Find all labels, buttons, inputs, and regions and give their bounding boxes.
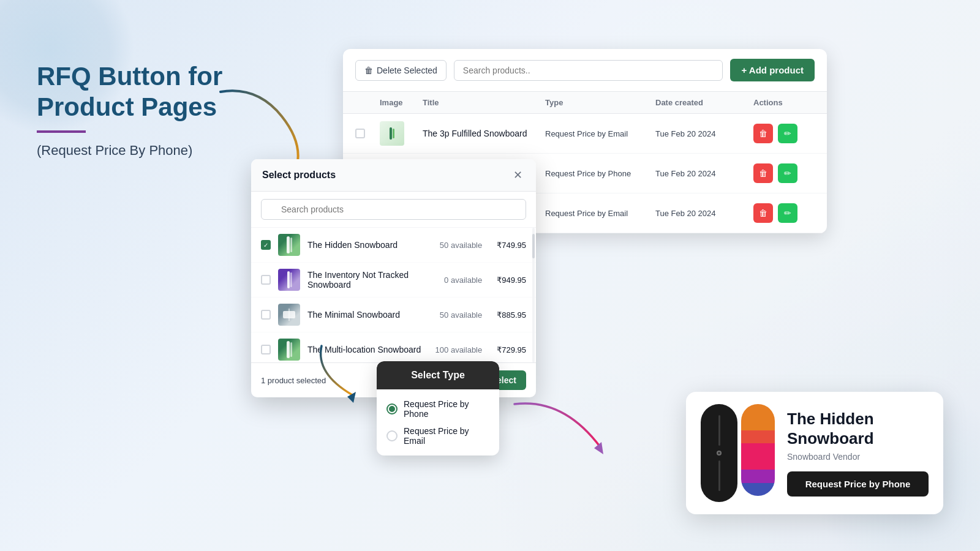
row1-title: The 3p Fulfilled Snowboard xyxy=(423,129,545,138)
row2-delete-button[interactable]: 🗑 xyxy=(753,163,773,183)
header-date: Date created xyxy=(655,98,753,107)
type-phone-label: Request Price by Phone xyxy=(404,399,489,419)
product2-checkbox[interactable] xyxy=(261,275,271,285)
type-option-phone[interactable]: Request Price by Phone xyxy=(386,399,489,419)
row3-date: Tue Feb 20 2024 xyxy=(655,209,753,218)
product3-image xyxy=(278,304,300,326)
product1-checkbox[interactable]: ✓ xyxy=(261,240,271,250)
search-products-input[interactable] xyxy=(454,60,723,81)
svg-rect-8 xyxy=(287,271,290,288)
row3-edit-button[interactable]: ✏ xyxy=(778,203,797,223)
header-type: Type xyxy=(545,98,655,107)
product3-price: ₹885.95 xyxy=(497,310,526,320)
snowboard-black xyxy=(701,404,737,502)
header-title: Title xyxy=(423,98,545,107)
svg-rect-13 xyxy=(290,342,292,357)
left-panel: RFQ Button for Product Pages (Request Pr… xyxy=(37,61,233,159)
row1-edit-button[interactable]: ✏ xyxy=(778,124,797,143)
product4-checkbox[interactable] xyxy=(261,345,271,354)
product-info: The Hidden Snowboard Snowboard Vendor Re… xyxy=(787,410,929,496)
trash-icon: 🗑 xyxy=(364,66,373,75)
header-checkbox-col xyxy=(355,98,380,107)
row2-actions: 🗑 ✏ xyxy=(753,163,815,183)
row1-checkbox[interactable] xyxy=(355,129,365,138)
row2-date: Tue Feb 20 2024 xyxy=(655,169,753,178)
svg-rect-12 xyxy=(287,341,290,358)
snowboard-colorful xyxy=(741,404,775,496)
select-type-header: Select Type xyxy=(377,361,499,389)
modal-product-list: ✓ The Hidden Snowboard 50 available ₹749… xyxy=(251,228,536,362)
select-type-modal: Select Type Request Price by Phone Reque… xyxy=(377,361,499,455)
svg-rect-6 xyxy=(287,236,290,253)
main-title: RFQ Button for Product Pages xyxy=(37,61,233,123)
product2-image xyxy=(278,269,300,291)
row3-actions: 🗑 ✏ xyxy=(753,203,815,223)
subtitle: (Request Price By Phone) xyxy=(37,143,233,159)
modal-search-input[interactable] xyxy=(261,199,526,220)
product3-stock: 50 available xyxy=(440,310,482,320)
admin-toolbar: 🗑 Delete Selected + Add product xyxy=(343,49,827,92)
svg-rect-7 xyxy=(290,238,292,252)
product3-checkbox[interactable] xyxy=(261,310,271,320)
modal-title: Select products xyxy=(262,170,336,181)
header-actions: Actions xyxy=(753,98,815,107)
svg-rect-9 xyxy=(290,272,292,287)
rfq-phone-button[interactable]: Request Price by Phone xyxy=(787,471,929,497)
product2-stock: 0 available xyxy=(444,276,482,285)
header-image: Image xyxy=(380,98,423,107)
row3-delete-button[interactable]: 🗑 xyxy=(753,203,773,223)
product4-stock: 100 available xyxy=(435,345,483,354)
radio-email[interactable] xyxy=(386,430,398,441)
product4-price: ₹729.95 xyxy=(497,345,526,354)
snowboard-images xyxy=(701,404,775,502)
product2-name: The Inventory Not Tracked Snowboard xyxy=(307,270,437,290)
row1-type: Request Price by Email xyxy=(545,129,655,138)
product4-image xyxy=(278,339,300,361)
list-item[interactable]: The Inventory Not Tracked Snowboard 0 av… xyxy=(251,263,536,298)
table-row: The 3p Fulfilled Snowboard Request Price… xyxy=(343,114,827,154)
svg-rect-2 xyxy=(393,129,394,138)
svg-rect-1 xyxy=(390,127,392,140)
product1-image xyxy=(278,234,300,256)
row1-delete-button[interactable]: 🗑 xyxy=(753,124,773,143)
list-item[interactable]: ✓ The Hidden Snowboard 50 available ₹749… xyxy=(251,228,536,263)
type-option-email[interactable]: Request Price by Email xyxy=(386,426,489,446)
row1-image xyxy=(380,121,404,146)
row1-date: Tue Feb 20 2024 xyxy=(655,129,753,138)
table-header: Image Title Type Date created Actions xyxy=(343,92,827,114)
row2-type: Request Price by Phone xyxy=(545,169,655,178)
modal-search-area: 🔍 xyxy=(251,192,536,228)
modal-close-button[interactable]: ✕ xyxy=(510,168,525,182)
row3-type: Request Price by Email xyxy=(545,209,655,218)
product2-price: ₹949.95 xyxy=(497,276,526,285)
showcase-title: The Hidden Snowboard xyxy=(787,410,929,448)
delete-selected-button[interactable]: 🗑 Delete Selected xyxy=(355,60,447,81)
row1-actions: 🗑 ✏ xyxy=(753,124,815,143)
arrow-type-to-showcase xyxy=(502,392,625,478)
product1-stock: 50 available xyxy=(440,241,482,250)
radio-phone[interactable] xyxy=(386,403,398,414)
showcase-vendor: Snowboard Vendor xyxy=(787,452,929,462)
row2-edit-button[interactable]: ✏ xyxy=(778,163,797,183)
list-item[interactable]: The Minimal Snowboard 50 available ₹885.… xyxy=(251,298,536,332)
product-showcase-card: The Hidden Snowboard Snowboard Vendor Re… xyxy=(686,392,943,514)
select-type-body: Request Price by Phone Request Price by … xyxy=(377,389,499,455)
product3-name: The Minimal Snowboard xyxy=(307,310,432,320)
product1-price: ₹749.95 xyxy=(497,241,526,250)
type-email-label: Request Price by Email xyxy=(404,426,489,446)
add-product-button[interactable]: + Add product xyxy=(730,59,815,81)
title-underline xyxy=(37,130,86,133)
modal-header: Select products ✕ xyxy=(251,159,536,192)
product1-name: The Hidden Snowboard xyxy=(307,240,432,250)
